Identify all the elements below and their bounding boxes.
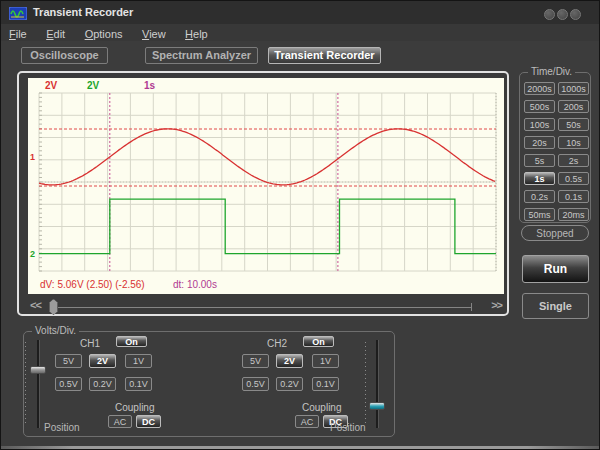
waveform-display[interactable]: 2V 2V 1s 1 2 dV: 5.06V (2.50) (-2.56) dt…	[28, 78, 504, 294]
timediv-20s-button[interactable]: 20s	[524, 136, 555, 149]
ch2-0p2v-button[interactable]: 0.2V	[276, 377, 303, 391]
timediv-5s-button[interactable]: 5s	[524, 154, 555, 167]
window-bottom-edge	[1, 446, 599, 449]
ch2-2v-button[interactable]: 2V	[276, 354, 303, 368]
ch1-2v-button[interactable]: 2V	[89, 354, 116, 368]
ch2-label: CH2	[267, 338, 287, 349]
ch2-5v-button[interactable]: 5V	[242, 354, 269, 368]
timediv-2000s-button[interactable]: 2000s	[524, 82, 555, 95]
timediv-2s-button[interactable]: 2s	[558, 154, 589, 167]
ch1-position-slider[interactable]	[37, 340, 40, 428]
ch2-0p5v-button[interactable]: 0.5V	[242, 377, 269, 391]
menu-view[interactable]: View	[142, 28, 166, 40]
ch1-position-label: Position	[44, 422, 80, 433]
ch2-position-label: Position	[330, 422, 366, 433]
close-button[interactable]	[570, 9, 581, 20]
ch2-controls: CH2 On 5V 2V 1V 0.5V 0.2V 0.1V Coupling …	[242, 332, 372, 432]
app-window: Transient Recorder File Edit Options Vie…	[0, 0, 600, 450]
ch2-scale-label: 2V	[87, 80, 99, 91]
ch2-position-ticks	[365, 342, 366, 426]
ch2-ac-button[interactable]: AC	[295, 415, 319, 428]
ch2-coupling-label: Coupling	[302, 402, 341, 413]
scroll-left-button[interactable]: <<	[30, 299, 41, 311]
timediv-0p2s-button[interactable]: 0.2s	[524, 190, 555, 203]
ch1-1v-button[interactable]: 1V	[125, 354, 152, 368]
tab-spectrum-analyzer[interactable]: Spectrum Analyzer	[145, 47, 258, 64]
ch1-on-button[interactable]: On	[116, 336, 147, 347]
status-badge: Stopped	[521, 225, 589, 241]
menu-bar: File Edit Options View Help	[1, 24, 599, 41]
timediv-0p5s-button[interactable]: 0.5s	[558, 172, 589, 185]
window-controls	[544, 9, 581, 20]
ch1-5v-button[interactable]: 5V	[55, 354, 82, 368]
plot-frame: 2V 2V 1s 1 2 dV: 5.06V (2.50) (-2.56) dt…	[17, 71, 509, 316]
time-scrollbar: << >>	[28, 299, 504, 315]
timediv-200s-button[interactable]: 200s	[558, 100, 589, 113]
ch2-0p1v-button[interactable]: 0.1V	[312, 377, 339, 391]
timediv-0p1s-button[interactable]: 0.1s	[558, 190, 589, 203]
scroll-track[interactable]	[58, 307, 472, 308]
ch1-position-ticks	[25, 342, 26, 426]
ch1-trace-marker: 1	[30, 152, 35, 162]
maximize-button[interactable]	[557, 9, 568, 20]
ch1-label: CH1	[80, 338, 100, 349]
ch1-ac-button[interactable]: AC	[108, 415, 132, 428]
tab-oscilloscope[interactable]: Oscilloscope	[21, 47, 108, 64]
ch1-controls: CH1 On 5V 2V 1V 0.5V 0.2V 0.1V Coupling …	[55, 332, 185, 432]
waveform-svg	[28, 78, 504, 294]
ch1-dc-button[interactable]: DC	[136, 415, 161, 428]
ch2-position-slider[interactable]	[376, 340, 379, 428]
timediv-10s-button[interactable]: 10s	[558, 136, 589, 149]
minimize-button[interactable]	[544, 9, 555, 20]
ch1-0p5v-button[interactable]: 0.5V	[55, 377, 82, 391]
timediv-1000s-button[interactable]: 1000s	[558, 82, 589, 95]
timediv-100s-button[interactable]: 100s	[524, 118, 555, 131]
ch1-0p1v-button[interactable]: 0.1V	[125, 377, 152, 391]
timediv-50ms-button[interactable]: 50ms	[524, 208, 555, 221]
ch1-coupling-label: Coupling	[115, 402, 154, 413]
time-scale-label: 1s	[144, 80, 155, 91]
window-title: Transient Recorder	[33, 6, 133, 18]
timediv-groupbox: Time/Div. 2000s 1000s 500s 200s 100s 50s…	[519, 72, 591, 223]
ch1-0p2v-button[interactable]: 0.2V	[89, 377, 116, 391]
voltsdiv-groupbox: Volts/Div. CH1 On 5V 2V 1V 0.5V 0.2V 0.1…	[23, 331, 395, 437]
ch1-position-handle[interactable]	[30, 366, 46, 374]
tab-transient-recorder[interactable]: Transient Recorder	[268, 47, 381, 64]
cursor-dv-readout: dV: 5.06V (2.50) (-2.56)	[40, 279, 145, 290]
timediv-title: Time/Div.	[528, 66, 575, 77]
menu-options[interactable]: Options	[85, 28, 123, 40]
ch2-position-handle[interactable]	[369, 402, 385, 410]
app-icon	[9, 6, 27, 19]
single-button[interactable]: Single	[522, 293, 589, 319]
ch2-1v-button[interactable]: 1V	[312, 354, 339, 368]
menu-file[interactable]: File	[9, 28, 27, 40]
timediv-50s-button[interactable]: 50s	[558, 118, 589, 131]
ch1-scale-label: 2V	[45, 80, 57, 91]
ch2-on-button[interactable]: On	[303, 336, 334, 347]
scroll-right-button[interactable]: >>	[491, 299, 502, 311]
menu-help[interactable]: Help	[185, 28, 208, 40]
timediv-20ms-button[interactable]: 20ms	[558, 208, 589, 221]
scroll-handle[interactable]	[49, 299, 58, 315]
scroll-end-tick	[471, 303, 472, 311]
menu-edit[interactable]: Edit	[46, 28, 65, 40]
title-bar: Transient Recorder	[1, 1, 599, 24]
cursor-dt-readout: dt: 10.00s	[173, 279, 217, 290]
timediv-1s-button[interactable]: 1s	[524, 172, 555, 185]
timediv-500s-button[interactable]: 500s	[524, 100, 555, 113]
ch2-trace-marker: 2	[30, 249, 35, 259]
run-button[interactable]: Run	[522, 255, 589, 283]
